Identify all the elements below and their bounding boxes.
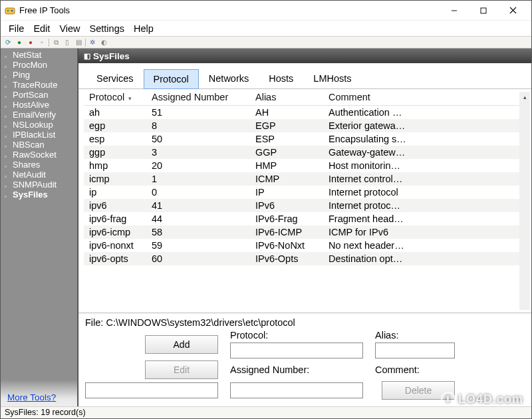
cell-num: 1 — [146, 172, 250, 186]
cell-num: 58 — [146, 225, 250, 239]
menu-help[interactable]: Help — [130, 22, 158, 35]
toolbar-copy-icon[interactable]: ⧉ — [51, 38, 61, 47]
column-header-assigned-number[interactable]: Assigned Number — [146, 89, 250, 106]
tool-icon: ▫ — [5, 132, 11, 138]
sidebar-item-label: SNMPAudit — [13, 180, 57, 190]
tool-icon: ▫ — [5, 142, 11, 148]
menu-file[interactable]: File — [5, 22, 28, 35]
toolbar-help-icon[interactable]: ◐ — [99, 38, 108, 47]
cell-num: 60 — [146, 252, 250, 265]
table-row[interactable]: ipv6-opts60IPv6-OptsDestination opt… — [84, 252, 523, 265]
sidebar-item-rawsocket[interactable]: ▫RawSocket — [2, 150, 76, 160]
column-header-alias[interactable]: Alias — [250, 89, 323, 106]
menu-view[interactable]: View — [55, 22, 84, 35]
column-header-comment[interactable]: Comment — [323, 89, 523, 106]
table-row[interactable]: ipv641IPv6Internet protoc… — [84, 199, 523, 212]
cell-alias: GGP — [250, 146, 323, 159]
app-icon — [5, 5, 15, 16]
sidebar-item-nbscan[interactable]: ▫NBScan — [2, 140, 76, 150]
sidebar-item-label: SysFiles — [13, 190, 48, 200]
tab-protocol[interactable]: Protocol — [144, 69, 199, 89]
table-row[interactable]: hmp20HMPHost monitorin… — [84, 159, 523, 172]
sidebar-item-nslookup[interactable]: ▫NSLookup — [2, 120, 76, 130]
table-row[interactable]: ipv6-nonxt59IPv6-NoNxtNo next header… — [84, 239, 523, 252]
tool-icon: ▫ — [5, 82, 11, 88]
cell-comment: Destination opt… — [323, 252, 523, 265]
sidebar-item-label: RawSocket — [13, 150, 57, 160]
sidebar-item-ipblacklist[interactable]: ▫IPBlackList — [2, 130, 76, 140]
tab-lmhosts[interactable]: LMHosts — [303, 69, 361, 88]
cell-alias: IPv6-Opts — [250, 252, 323, 265]
sidebar-item-ping[interactable]: ▫Ping — [2, 70, 76, 80]
tab-hosts[interactable]: Hosts — [259, 69, 303, 88]
sidebar-item-snmpaudit[interactable]: ▫SNMPAudit — [2, 180, 76, 190]
alias-input[interactable] — [375, 343, 455, 358]
sidebar-item-netstat[interactable]: ▫NetStat — [2, 50, 76, 60]
toolbar-paste-icon[interactable]: ▯ — [63, 38, 72, 47]
table-row[interactable]: ggp3GGPGateway-gatew… — [84, 146, 523, 159]
column-header-protocol[interactable]: Protocol▾ — [84, 89, 146, 106]
cell-comment: Host monitorin… — [323, 159, 523, 172]
sidebar-item-emailverify[interactable]: ▫EmailVerify — [2, 110, 76, 120]
sidebar-item-procmon[interactable]: ▫ProcMon — [2, 60, 76, 70]
table-row[interactable]: icmp1ICMPInternet control… — [84, 172, 523, 186]
table-row[interactable]: egp8EGPExterior gatewa… — [84, 119, 523, 132]
tool-icon: ▫ — [5, 102, 11, 108]
scroll-up-icon[interactable]: ▴ — [519, 92, 530, 102]
sidebar-item-sysfiles[interactable]: ▫SysFiles — [2, 190, 76, 200]
toolbar-play-icon[interactable]: ● — [15, 38, 24, 47]
comment-input[interactable] — [230, 382, 363, 398]
menu-edit[interactable]: Edit — [29, 22, 54, 35]
sidebar-item-label: NSLookup — [13, 120, 53, 130]
cell-alias: ICMP — [250, 172, 323, 186]
cell-alias: EGP — [250, 119, 323, 132]
sidebar-item-portscan[interactable]: ▫PortScan — [2, 90, 76, 100]
cell-num: 50 — [146, 132, 250, 146]
sidebar-item-traceroute[interactable]: ▫TraceRoute — [2, 80, 76, 90]
protocol-input[interactable] — [230, 343, 363, 358]
cell-comment: Internet protocol — [323, 186, 523, 199]
maximize-button[interactable] — [469, 1, 498, 20]
table-row[interactable]: ip0IPInternet protocol — [84, 186, 523, 199]
sidebar: ▫NetStat▫ProcMon▫Ping▫TraceRoute▫PortSca… — [1, 49, 78, 406]
cell-protocol: icmp — [84, 172, 146, 186]
tab-services[interactable]: Services — [86, 69, 144, 88]
toolbar-save-icon[interactable]: ▫ — [37, 38, 47, 47]
cell-protocol: ipv6-nonxt — [84, 239, 146, 252]
table-row[interactable]: ipv6-icmp58IPv6-ICMPICMP for IPv6 — [84, 225, 523, 239]
minimize-button[interactable] — [440, 1, 469, 20]
delete-button[interactable]: Delete — [382, 381, 455, 400]
table-row[interactable]: esp50ESPEncapsulating s… — [84, 132, 523, 146]
close-button[interactable] — [498, 1, 527, 20]
tab-networks[interactable]: Networks — [199, 69, 259, 88]
edit-button[interactable]: Edit — [145, 360, 218, 379]
sidebar-item-netaudit[interactable]: ▫NetAudit — [2, 170, 76, 180]
tool-icon: ▫ — [5, 152, 11, 158]
cell-comment: Internet protoc… — [323, 199, 523, 212]
table-row[interactable]: ipv6-frag44IPv6-FragFragment head… — [84, 212, 523, 225]
edit-pane: File: C:\WINDOWS\system32\drivers\etc\pr… — [78, 313, 531, 406]
sidebar-item-shares[interactable]: ▫Shares — [2, 160, 76, 170]
toolbar-settings-icon[interactable]: ✲ — [88, 38, 97, 47]
menu-settings[interactable]: Settings — [86, 22, 128, 35]
cell-alias: IPv6 — [250, 199, 323, 212]
sidebar-item-label: HostAlive — [13, 100, 49, 110]
status-text: SysFiles: 19 record(s) — [5, 408, 86, 417]
more-tools-link[interactable]: More Tools? — [7, 392, 56, 402]
tool-icon: ▫ — [5, 122, 11, 128]
cell-alias: IPv6-NoNxt — [250, 239, 323, 252]
toolbar-delete-icon[interactable]: ▤ — [74, 38, 83, 47]
table-row[interactable]: ah51AHAuthentication … — [84, 106, 523, 120]
toolbar-stop-icon[interactable]: ● — [26, 38, 35, 47]
add-button[interactable]: Add — [145, 335, 218, 354]
cell-comment: No next header… — [323, 239, 523, 252]
cell-num: 41 — [146, 199, 250, 212]
cell-protocol: esp — [84, 132, 146, 146]
sidebar-item-hostalive[interactable]: ▫HostAlive — [2, 100, 76, 110]
sidebar-item-label: EmailVerify — [13, 110, 56, 120]
toolbar-refresh-icon[interactable]: ⟳ — [3, 38, 13, 47]
assigned-number-label: Assigned Number: — [230, 364, 363, 375]
vertical-scrollbar[interactable]: ▴ — [519, 92, 530, 310]
cell-protocol: ipv6 — [84, 199, 146, 212]
assigned-number-input[interactable] — [85, 382, 218, 398]
